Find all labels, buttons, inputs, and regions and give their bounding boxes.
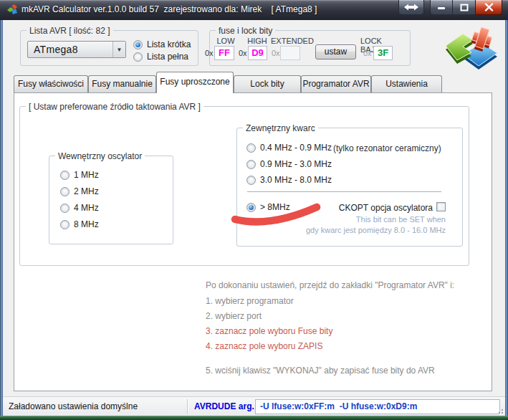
internal-osc-groupbox: Wewnętrzny oscylator (49, 156, 173, 244)
hex-prefix-high: 0x (239, 49, 247, 57)
hex-prefix-extended: 0x (272, 49, 280, 57)
external-crystal-legend: Zewnętrzny kwarc (243, 123, 318, 133)
ceramic-resonator-note: (tylko rezonator ceramiczny) (333, 143, 441, 153)
close-button[interactable] (475, 0, 502, 15)
radio-int-1mhz[interactable]: 1 MHz (60, 170, 99, 180)
window-border-right (505, 20, 508, 416)
ckopt-checkbox[interactable] (436, 202, 446, 211)
avr-device-combobox[interactable]: ATmega8 ▼ (27, 41, 126, 58)
instruction-step-4: 4. zaznacz pole wyboru ZAPIS (206, 341, 322, 351)
radio-icon (246, 176, 256, 185)
radio-label: 0.9 MHz - 3.0 MHz (260, 159, 332, 169)
ckopt-label: CKOPT opcja oscylatora (322, 203, 433, 213)
radio-label: 0.4 MHz - 0.9 MHz (260, 143, 332, 153)
resize-grip[interactable] (497, 407, 504, 414)
radio-label: 2 MHz (74, 186, 99, 196)
status-message: Załadowano ustawienia domyślne (9, 397, 138, 416)
radio-ext-09-30[interactable]: 0.9 MHz - 3.0 MHz (246, 159, 332, 169)
minimize-icon (437, 3, 446, 11)
radio-icon (133, 40, 143, 49)
radio-lista-krotka[interactable]: Lista krótka (133, 39, 191, 49)
avrdude-args-field[interactable]: -U lfuse:w:0xFF:m -U hfuse:w:0xD9:m (255, 399, 500, 414)
radio-label: 3.0 MHz - 8.0 MHz (260, 175, 332, 185)
window-title: mkAVR Calculator ver.1.0.0 build 57 zare… (21, 0, 317, 20)
maximize-icon (460, 4, 469, 11)
divider (247, 191, 441, 192)
minimize-button[interactable] (430, 0, 453, 15)
radio-ext-30-80[interactable]: 3.0 MHz - 8.0 MHz (246, 175, 332, 185)
radio-ext-04-09[interactable]: 0.4 MHz - 0.9 MHz (246, 143, 332, 153)
radio-icon (60, 187, 70, 196)
radio-int-2mhz[interactable]: 2 MHz (60, 186, 99, 196)
tab-ustawienia[interactable]: Ustawienia (371, 75, 442, 92)
internal-osc-legend: Wewnętrzny oscylator (55, 151, 145, 161)
hex-prefix-lock: 0x (363, 49, 372, 57)
ustaw-button[interactable]: ustaw (315, 44, 356, 59)
flip-window-button[interactable] (398, 0, 424, 15)
high-label: HIGH (246, 37, 268, 45)
hex-prefix-low: 0x (205, 49, 214, 57)
radio-icon (60, 220, 70, 229)
low-label: LOW (215, 37, 236, 45)
app-icon (6, 4, 18, 16)
divider (187, 399, 188, 414)
avr-list-legend: Lista AVR [ ilość: 82 ] (27, 26, 113, 36)
tab-programator-avr[interactable]: Programator AVR (301, 75, 371, 92)
radio-icon (60, 204, 70, 213)
tab-fusy-manualnie[interactable]: Fusy manualnie (88, 75, 156, 92)
red-marker-annotation (230, 203, 323, 227)
fuse-lock-legend: fuse i lock bity (216, 26, 275, 36)
radio-label: 8 MHz (74, 219, 99, 229)
radio-label: Lista krótka (147, 39, 191, 49)
low-fuse-field[interactable]: FF (214, 46, 234, 60)
tab-lock-bity[interactable]: Lock bity (234, 75, 301, 92)
double-arrow-icon (403, 3, 419, 11)
maximize-button[interactable] (453, 0, 475, 15)
instructions-intro: Po dokonaniu ustawień, przejdź do zakład… (206, 280, 454, 290)
radio-label: 1 MHz (74, 170, 99, 180)
radio-lista-pelna[interactable]: Lista pełna (133, 52, 188, 62)
extended-fuse-field (280, 46, 300, 60)
radio-icon (60, 171, 70, 180)
radio-label: 4 MHz (74, 203, 99, 213)
radio-icon (133, 52, 143, 62)
window-border-left (0, 20, 3, 416)
window-border-bottom (0, 416, 508, 420)
chevron-down-icon: ▼ (112, 42, 125, 57)
instruction-step-5: 5. wciśnij klawisz "WYKONAJ" aby zapisać… (206, 366, 435, 376)
radio-label: Lista pełna (147, 52, 188, 62)
radio-int-8mhz[interactable]: 8 MHz (60, 219, 99, 229)
instruction-step-2: 2. wybierz port (206, 311, 262, 321)
status-bar: Załadowano ustawienia domyślne AVRDUDE a… (3, 396, 505, 416)
radio-int-4mhz[interactable]: 4 MHz (60, 203, 99, 213)
clock-source-legend: [ Ustaw preferowane źródło taktowania AV… (26, 102, 203, 112)
avr-device-value: ATmega8 (28, 42, 112, 57)
radio-icon (246, 143, 256, 153)
close-icon (484, 3, 494, 11)
instruction-step-1: 1. wybierz programator (206, 296, 294, 306)
lock-bajt-field[interactable]: 3F (373, 46, 393, 60)
tab-fusy-wlasciwosci[interactable]: Fusy właściwości (14, 75, 88, 92)
tab-fusy-uproszczone[interactable]: Fusy uproszczone (156, 72, 234, 93)
avrdude-arg-label: AVRDUDE arg. (194, 397, 254, 416)
high-fuse-field[interactable]: D9 (248, 46, 267, 60)
extended-label: EXTENDED (271, 37, 311, 45)
app-logo (441, 24, 504, 73)
radio-icon (246, 160, 256, 169)
instruction-step-3: 3. zaznacz pole wyboru Fuse bity (206, 326, 332, 336)
